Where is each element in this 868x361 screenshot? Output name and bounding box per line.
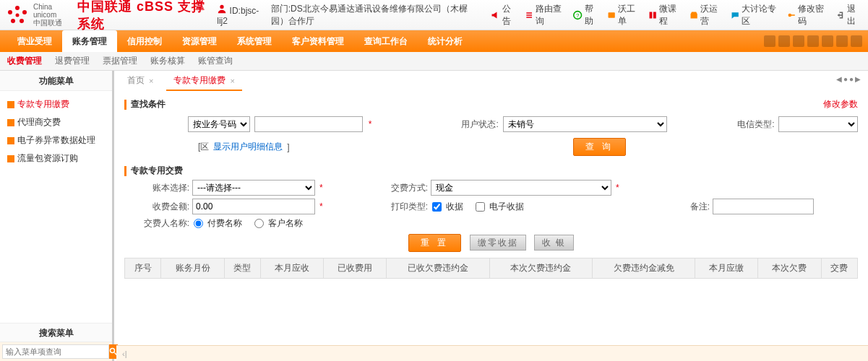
nav-item-7[interactable]: 统计分析 [418, 30, 473, 52]
reverse-button[interactable]: 缴零收据 [470, 235, 526, 251]
remark-label: 备注: [645, 201, 710, 213]
bracket-close: ] [287, 142, 289, 152]
content-tabs: 首页× 专款专用缴费× ◀●●▶ [114, 71, 868, 91]
acct-select[interactable]: ---请选择--- [192, 180, 315, 196]
tab-payment[interactable]: 专款专用缴费× [166, 71, 241, 91]
result-table: 序号 账务月份 类型 本月应收 已收费用 已收欠费违约金 本次欠费违约金 欠费违… [124, 258, 858, 279]
modify-params-link[interactable]: 修改参数 [823, 98, 858, 110]
svg-point-5 [16, 13, 20, 17]
telecom-type-select[interactable] [778, 116, 858, 132]
th-8: 本月应缴 [695, 258, 758, 279]
main-nav: 营业受理 账务管理 信用控制 资源管理 系统管理 客户资料管理 查询工作台 统计… [0, 30, 868, 52]
sidebar-search-input[interactable] [2, 344, 109, 359]
app-title: 中国联通 cBSS 支撑系统 [77, 0, 217, 32]
folder-icon [7, 137, 14, 144]
payer-radio-pay[interactable] [194, 219, 203, 228]
amount-label: 收费金额: [124, 201, 189, 213]
section-bar-icon [124, 100, 126, 110]
close-icon[interactable]: × [230, 77, 234, 85]
sidebar-item-2[interactable]: 电子券异常数据处理 [3, 131, 109, 149]
telecom-type-label: 电信类型: [716, 118, 775, 131]
book-icon [648, 10, 657, 20]
toolbar-icon-2[interactable] [778, 35, 790, 47]
ticket-icon [607, 10, 616, 20]
link-logout[interactable]: 退出 [836, 3, 862, 27]
sidebar-search-title: 搜索菜单 [0, 323, 112, 342]
svg-text:?: ? [576, 12, 579, 19]
toolbar-icon-1[interactable] [764, 35, 775, 47]
print-receipt-checkbox[interactable] [432, 202, 442, 212]
subnav-0[interactable]: 收费管理 [7, 55, 42, 67]
unicom-flower-icon [6, 4, 29, 27]
acct-sel-label: 账本选择: [124, 182, 189, 194]
link-woyy[interactable]: 沃运营 [689, 3, 723, 27]
toolbar-icon-6[interactable] [836, 35, 848, 47]
subnav-3[interactable]: 账务核算 [150, 55, 185, 67]
brand-en: China unicom [33, 3, 70, 19]
svg-point-6 [220, 5, 224, 9]
search-value-input[interactable] [254, 116, 363, 132]
amount-input[interactable] [192, 199, 315, 214]
toolbar-icon-7[interactable] [851, 35, 862, 47]
reset-button[interactable]: 重 置 [408, 234, 461, 252]
link-forum[interactable]: 大讨论专区 [731, 3, 780, 27]
nav-item-2[interactable]: 信用控制 [117, 30, 172, 52]
remark-input[interactable] [713, 199, 814, 214]
nav-item-6[interactable]: 查询工作台 [354, 30, 418, 52]
footer-strip: ‹| [116, 345, 868, 361]
query-button[interactable]: 查 询 [573, 138, 626, 156]
folder-icon [7, 101, 14, 108]
shop-icon [689, 10, 698, 20]
user-id: ID:bjsc-lij2 [217, 4, 263, 26]
toolbar-icon-3[interactable] [793, 35, 804, 47]
user-status-select[interactable]: 未销号 [503, 116, 668, 132]
th-6: 本次欠费违约金 [489, 258, 592, 279]
toolbar-icon-5[interactable] [822, 35, 833, 47]
folder-icon [7, 119, 14, 126]
svg-point-4 [8, 10, 12, 14]
megaphone-icon [491, 10, 499, 20]
nav-item-5[interactable]: 客户资料管理 [282, 30, 354, 52]
svg-point-3 [11, 19, 15, 23]
nav-item-0[interactable]: 营业受理 [7, 30, 62, 52]
show-detail-link[interactable]: 显示用户明细信息 [213, 141, 283, 153]
link-route[interactable]: 路由查询 [525, 3, 567, 27]
charge-button[interactable]: 收 银 [534, 235, 574, 251]
th-5: 已收欠费违约金 [387, 258, 489, 279]
sidebar-item-1[interactable]: 代理商交费 [3, 113, 109, 131]
tab-navigator[interactable]: ◀●●▶ [836, 75, 862, 83]
tab-home[interactable]: 首页× [120, 71, 160, 91]
th-0: 序号 [125, 258, 161, 279]
svg-point-1 [22, 10, 27, 14]
section-bar-icon [124, 166, 126, 176]
sidebar-item-3[interactable]: 流量包资源订购 [3, 149, 109, 168]
search-type-select[interactable]: 按业务号码 [188, 116, 250, 132]
svg-rect-11 [791, 14, 794, 16]
link-help[interactable]: ?帮助 [573, 3, 599, 27]
svg-rect-9 [608, 12, 614, 18]
user-dept: 部门:DS北京今易通达通讯设备维修有限公司（木樨园）合作厅 [271, 3, 484, 27]
subnav-2[interactable]: 票据管理 [103, 55, 137, 67]
th-1: 账务月份 [161, 258, 224, 279]
th-2: 类型 [224, 258, 260, 279]
link-announce[interactable]: 公告 [491, 3, 517, 27]
close-icon[interactable]: × [149, 77, 153, 85]
link-microclass[interactable]: 微课程 [648, 3, 682, 27]
th-10: 交费 [821, 258, 858, 279]
nav-item-4[interactable]: 系统管理 [227, 30, 282, 52]
nav-item-1[interactable]: 账务管理 [62, 30, 117, 52]
toolbar-icon-4[interactable] [807, 35, 819, 47]
th-4: 已收费用 [324, 258, 387, 279]
link-wogd[interactable]: 沃工单 [607, 3, 641, 27]
sidebar-item-0[interactable]: 专款专用缴费 [3, 95, 109, 113]
nav-item-3[interactable]: 资源管理 [172, 30, 227, 52]
logout-icon [836, 10, 845, 20]
subnav-1[interactable]: 退费管理 [55, 55, 90, 67]
print-ereceipt-checkbox[interactable] [476, 202, 485, 212]
subnav-4[interactable]: 账管查询 [198, 55, 233, 67]
payer-radio-cust[interactable] [254, 219, 264, 228]
link-pwd[interactable]: 修改密码 [787, 3, 829, 27]
sidebar-title: 功能菜单 [0, 71, 112, 91]
key-icon [787, 10, 796, 20]
pay-method-select[interactable]: 现金 [431, 180, 611, 196]
